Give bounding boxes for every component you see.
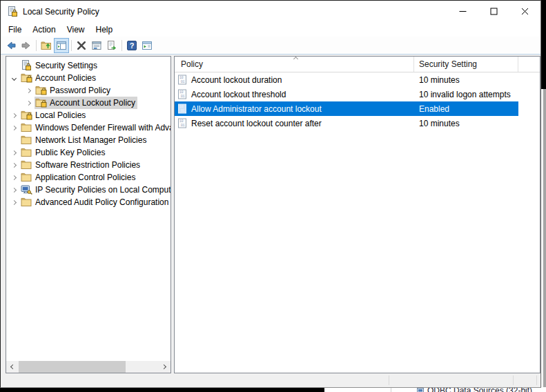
screen: ODBC Data Sources (32-bit) Local Securit… <box>0 0 546 392</box>
policy-row[interactable]: 10 01 Account lockout duration 10 minute… <box>175 72 540 87</box>
tree-item[interactable]: Software Restriction Policies <box>6 159 170 171</box>
tree-item[interactable]: Local Policies <box>6 109 170 121</box>
odbc-icon <box>417 387 425 392</box>
svg-text:10: 10 <box>179 105 184 108</box>
back-button[interactable] <box>3 38 19 53</box>
back-icon <box>6 40 17 51</box>
policy-setting-value: 10 invalid logon attempts <box>414 87 518 101</box>
policy-list-pane: Policy Security Setting 10 01 Account lo… <box>174 56 540 373</box>
policy-icon: 10 01 <box>178 75 187 85</box>
tree-item-label: Application Control Policies <box>35 173 135 182</box>
console-tree-pane: Security Settings <box>6 56 171 373</box>
menu-file[interactable]: File <box>3 23 27 36</box>
properties-button[interactable] <box>89 38 104 53</box>
tree-expand-chevron[interactable] <box>8 184 20 196</box>
scroll-right-arrow[interactable] <box>159 361 170 373</box>
tree-item-icon <box>21 197 33 208</box>
forward-icon <box>21 40 32 51</box>
tree-item-icon <box>21 135 33 146</box>
minimize-button[interactable] <box>447 1 478 22</box>
close-button[interactable] <box>509 1 540 22</box>
action-pane-icon <box>142 40 153 51</box>
tree-item[interactable]: Public Key Policies <box>6 146 170 159</box>
tree-expand-chevron[interactable] <box>8 146 20 159</box>
export-list-button[interactable] <box>104 38 119 53</box>
menu-view[interactable]: View <box>61 23 90 36</box>
tree-expand-chevron[interactable] <box>8 171 20 184</box>
maximize-button[interactable] <box>478 1 509 22</box>
background-bottom-strip <box>0 388 324 392</box>
status-bar <box>1 373 540 387</box>
tree-item[interactable]: Network List Manager Policies <box>6 134 170 146</box>
show-hide-console-tree-button[interactable] <box>54 38 69 53</box>
tree-expand-chevron[interactable] <box>8 134 20 146</box>
tree-expand-chevron[interactable] <box>8 59 20 72</box>
svg-text:01: 01 <box>181 95 185 98</box>
svg-text:01: 01 <box>181 124 185 127</box>
scrollbar-thumb[interactable] <box>19 361 126 373</box>
background-window-edge-scrollbar <box>541 89 546 392</box>
show-hide-action-pane-button[interactable] <box>139 38 155 53</box>
tree-item-icon <box>21 172 33 183</box>
policy-name: Account lockout duration <box>191 75 282 85</box>
policy-row[interactable]: 10 01 Allow Administrator account lockou… <box>175 101 540 116</box>
tree-item[interactable]: Account Policies <box>6 72 170 84</box>
help-button[interactable]: ? <box>124 38 139 53</box>
local-security-policy-app-icon <box>7 6 18 17</box>
tree-item[interactable]: Security Settings <box>6 59 170 72</box>
tree-expand-chevron[interactable] <box>8 121 20 134</box>
policy-icon: 10 01 <box>178 118 187 128</box>
content-area: Security Settings <box>1 55 540 387</box>
policy-name: Allow Administrator account lockout <box>191 104 322 114</box>
tree-item[interactable]: Windows Defender Firewall with Adva <box>6 121 170 134</box>
policy-row[interactable]: 10 01 Reset account lockout counter afte… <box>175 116 540 130</box>
policy-setting-value: 10 minutes <box>414 72 518 87</box>
forward-button[interactable] <box>19 38 34 53</box>
tree-horizontal-scrollbar[interactable] <box>6 361 170 373</box>
tree-item-label: Windows Defender Firewall with Adva <box>35 123 170 133</box>
title-bar[interactable]: Local Security Policy <box>1 1 540 22</box>
delete-button[interactable] <box>74 38 89 53</box>
tree-item-label: Public Key Policies <box>35 148 105 157</box>
sort-ascending-icon <box>293 57 298 61</box>
tree-item[interactable]: Password Policy <box>6 84 170 97</box>
close-icon <box>521 8 529 15</box>
properties-icon <box>91 40 102 51</box>
up-one-level-button[interactable] <box>39 38 54 53</box>
tree-expand-chevron[interactable] <box>8 159 20 171</box>
tree-item[interactable]: Account Lockout Policy <box>6 97 170 109</box>
svg-text:10: 10 <box>179 119 184 123</box>
menu-bar: File Action View Help <box>1 22 540 37</box>
background-window-fragment: ODBC Data Sources (32-bit) <box>324 387 546 392</box>
tree-expand-chevron[interactable] <box>8 109 20 121</box>
menu-action[interactable]: Action <box>27 23 61 36</box>
tree-item[interactable]: Application Control Policies <box>6 171 170 184</box>
tree-item-label: Security Settings <box>35 61 97 70</box>
local-security-policy-window: Local Security Policy File Action View H… <box>0 0 541 388</box>
policy-list: 10 01 Account lockout duration 10 minute… <box>175 72 540 130</box>
tree-expand-chevron[interactable] <box>8 196 20 208</box>
tree-expand-chevron[interactable] <box>23 84 35 97</box>
tree-item[interactable]: Advanced Audit Policy Configuration <box>6 196 170 208</box>
tree-item-label: Account Policies <box>35 73 96 83</box>
background-list-item[interactable]: ODBC Data Sources (32-bit) <box>417 387 532 392</box>
maximize-icon <box>490 8 498 15</box>
menu-help[interactable]: Help <box>90 23 119 36</box>
scroll-left-arrow[interactable] <box>6 361 18 373</box>
column-header-blank <box>518 57 540 72</box>
column-header-security-setting[interactable]: Security Setting <box>414 57 518 72</box>
list-header: Policy Security Setting <box>175 57 540 72</box>
column-header-policy[interactable]: Policy <box>175 57 414 72</box>
console-tree-icon <box>56 40 67 51</box>
console-tree: Security Settings <box>6 57 170 361</box>
toolbar-separator <box>36 40 37 51</box>
policy-row[interactable]: 10 01 Account lockout threshold 10 inval… <box>175 87 540 101</box>
tree-item-icon <box>21 72 33 84</box>
delete-icon <box>76 40 87 51</box>
policy-setting-value: 10 minutes <box>414 116 518 130</box>
tree-expand-chevron[interactable] <box>8 72 20 84</box>
tree-item[interactable]: IP Security Policies on Local Compute <box>6 184 170 196</box>
policy-name: Reset account lockout counter after <box>191 119 322 128</box>
tree-expand-chevron[interactable] <box>23 97 35 109</box>
tree-item-label: Local Policies <box>35 110 86 120</box>
